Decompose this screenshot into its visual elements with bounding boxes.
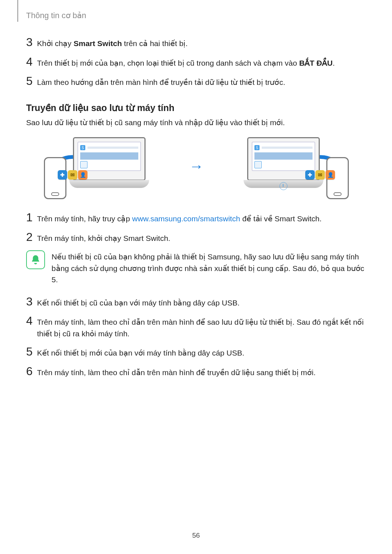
step-b5: 5 Kết nối thiết bị mới của bạn với máy t… <box>26 346 367 359</box>
text-prefix: Làm theo hướng dẫn trên màn hình để truy… <box>37 78 285 86</box>
laptop-icon: S <box>69 137 149 192</box>
page-number: 56 <box>0 532 392 539</box>
laptop-base <box>69 180 149 188</box>
step-text: Làm theo hướng dẫn trên màn hình để truy… <box>37 75 285 88</box>
content: 3 Khởi chạy Smart Switch trên cả hai thi… <box>18 0 367 378</box>
section-title: Truyền dữ liệu sao lưu từ máy tính <box>26 103 367 113</box>
illustration-right: S ✚ ✉ 👤 <box>218 135 349 197</box>
step-number: 3 <box>26 36 37 48</box>
note-callout: Nếu thiết bị cũ của bạn không phải là th… <box>26 250 367 286</box>
data-chips: ✚ ✉ 👤 <box>305 170 335 180</box>
step-b6: 6 Trên máy tính, làm theo chỉ dẫn trên m… <box>26 365 367 378</box>
step-text: Trên máy tính, làm theo chỉ dẫn trên màn… <box>37 315 367 339</box>
step-text: Trên thiết bị mới của bạn, chọn loại thi… <box>37 56 335 69</box>
app-button-icon <box>80 161 87 168</box>
step-5: 5 Làm theo hướng dẫn trên màn hình để tr… <box>26 75 367 88</box>
data-chips: ✚ ✉ 👤 <box>58 170 87 180</box>
smartswitch-link[interactable]: www.samsung.com/smartswitch <box>132 214 240 223</box>
step-text: Khởi chạy Smart Switch trên cả hai thiết… <box>37 36 188 49</box>
step-text: Trên máy tính, làm theo chỉ dẫn trên màn… <box>37 365 316 378</box>
step-3: 3 Khởi chạy Smart Switch trên cả hai thi… <box>26 36 367 49</box>
step-b1: 1 Trên máy tính, hãy truy cập www.samsun… <box>26 212 367 225</box>
text-suffix: . <box>332 59 335 67</box>
step-number: 4 <box>26 56 37 67</box>
step-number: 5 <box>26 346 37 357</box>
app-band <box>254 152 313 160</box>
text-prefix: Trên máy tính, hãy truy cập <box>37 214 132 223</box>
mail-chip-icon: ✉ <box>315 170 325 180</box>
illustration-row: S ✚ ✉ 👤 → <box>26 135 367 197</box>
step-text: Kết nối thiết bị cũ của bạn với máy tính… <box>37 296 240 309</box>
step-b4: 4 Trên máy tính, làm theo chỉ dẫn trên m… <box>26 315 367 339</box>
app-button-icon <box>254 161 262 168</box>
step-4: 4 Trên thiết bị mới của bạn, chọn loại t… <box>26 56 367 69</box>
smartswitch-s-icon: S <box>80 145 85 150</box>
laptop-icon: S <box>244 137 323 192</box>
section-intro: Sao lưu dữ liệu từ thiết bị cũ sang máy … <box>26 117 367 128</box>
text-strong: Smart Switch <box>74 39 122 48</box>
app-line <box>262 147 313 149</box>
step-text: Trên máy tính, khởi chạy Smart Switch. <box>37 231 170 244</box>
step-number: 3 <box>26 296 37 307</box>
step-b3: 3 Kết nối thiết bị cũ của bạn với máy tí… <box>26 296 367 309</box>
note-text: Nếu thiết bị cũ của bạn không phải là th… <box>52 250 367 286</box>
step-number: 6 <box>26 365 37 377</box>
step-number: 5 <box>26 75 37 87</box>
running-header: Thông tin cơ bản <box>26 11 86 20</box>
header-rule <box>17 0 18 22</box>
step-number: 1 <box>26 212 37 223</box>
smartswitch-s-icon: S <box>254 145 260 150</box>
puzzle-chip-icon: ✚ <box>58 170 67 180</box>
step-text: Trên máy tính, hãy truy cập www.samsung.… <box>37 212 322 225</box>
step-number: 4 <box>26 315 37 327</box>
text-strong: BẮT ĐẦU <box>299 59 332 67</box>
step-text: Kết nối thiết bị mới của bạn với máy tín… <box>37 346 244 359</box>
step-b2: 2 Trên máy tính, khởi chạy Smart Switch. <box>26 231 367 244</box>
step-number: 2 <box>26 231 37 243</box>
text-suffix: để tải về Smart Switch. <box>240 214 322 223</box>
arrow-right-icon: → <box>189 158 204 175</box>
app-band <box>80 152 138 160</box>
puzzle-chip-icon: ✚ <box>305 170 315 180</box>
mail-chip-icon: ✉ <box>68 170 77 180</box>
app-window: S <box>252 142 315 171</box>
text-suffix: trên cả hai thiết bị. <box>122 39 188 48</box>
illustration-left: S ✚ ✉ 👤 <box>44 135 175 197</box>
text-prefix: Trên thiết bị mới của bạn, chọn loại thi… <box>37 59 299 67</box>
app-line <box>87 147 138 149</box>
person-chip-icon: 👤 <box>78 170 87 180</box>
person-chip-icon: 👤 <box>326 170 335 180</box>
page: Thông tin cơ bản 3 Khởi chạy Smart Switc… <box>0 0 392 554</box>
history-icon <box>279 182 287 190</box>
note-bell-icon <box>26 250 45 269</box>
app-window: S <box>78 142 141 171</box>
text-prefix: Khởi chạy <box>37 39 74 48</box>
